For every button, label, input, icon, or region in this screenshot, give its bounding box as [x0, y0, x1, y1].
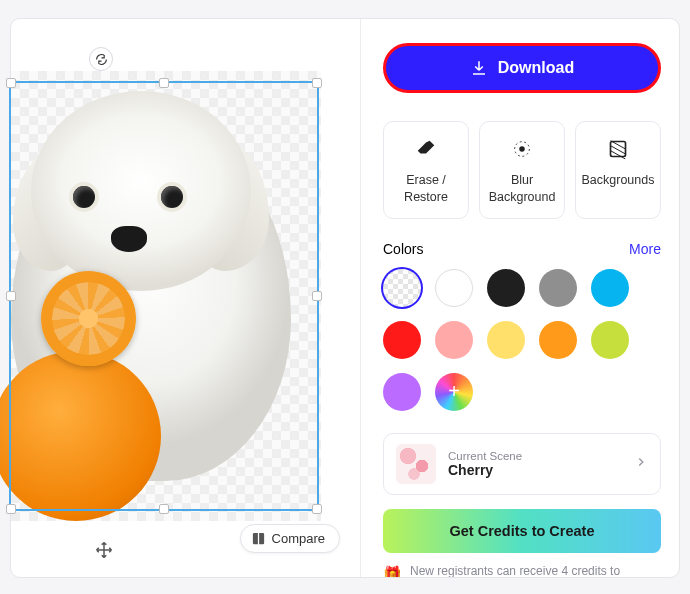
erase-label: Erase / Restore [388, 172, 464, 206]
scene-name: Cherry [448, 462, 622, 478]
backgrounds-tool[interactable]: Backgrounds [575, 121, 661, 219]
colors-header: Colors More [383, 241, 661, 257]
plus-icon: + [435, 373, 473, 411]
editor-frame: Compare Download Erase / Restore Blur Ba… [10, 18, 680, 578]
refresh-icon [95, 53, 108, 66]
reset-button[interactable] [89, 47, 113, 71]
resize-handle-br[interactable] [312, 504, 322, 514]
svg-point-0 [519, 146, 525, 152]
canvas-panel: Compare [11, 19, 361, 577]
backgrounds-label: Backgrounds [582, 172, 655, 189]
resize-handle-tm[interactable] [159, 78, 169, 88]
gift-icon: 🎁 [383, 563, 402, 577]
download-label: Download [498, 59, 574, 77]
scene-thumbnail [396, 444, 436, 484]
colors-heading: Colors [383, 241, 423, 257]
color-swatch-purple[interactable] [383, 373, 421, 411]
color-swatch-black[interactable] [487, 269, 525, 307]
color-swatch-pink[interactable] [435, 321, 473, 359]
eraser-icon [413, 136, 439, 162]
color-swatch-white[interactable] [435, 269, 473, 307]
move-icon [95, 541, 113, 559]
canvas[interactable] [11, 71, 321, 521]
download-button[interactable]: Download [383, 43, 661, 93]
get-credits-button[interactable]: Get Credits to Create [383, 509, 661, 553]
svg-rect-2 [611, 142, 626, 157]
chevron-right-icon [634, 455, 648, 473]
backgrounds-icon [605, 136, 631, 162]
colors-more-link[interactable]: More [629, 241, 661, 257]
blur-icon [509, 136, 535, 162]
color-swatch-custom[interactable]: + [435, 373, 473, 411]
resize-handle-lm[interactable] [6, 291, 16, 301]
current-scene-card[interactable]: Current Scene Cherry [383, 433, 661, 495]
color-swatch-cyan[interactable] [591, 269, 629, 307]
resize-handle-bm[interactable] [159, 504, 169, 514]
compare-button[interactable]: Compare [240, 524, 340, 553]
color-swatch-transparent[interactable] [383, 269, 421, 307]
download-icon [470, 59, 488, 77]
move-handle[interactable] [93, 539, 115, 561]
controls-panel: Download Erase / Restore Blur Background… [361, 19, 679, 577]
color-swatch-lime[interactable] [591, 321, 629, 359]
blur-background-tool[interactable]: Blur Background [479, 121, 565, 219]
color-swatches: + [383, 269, 661, 411]
scene-label: Current Scene [448, 450, 622, 462]
compare-label: Compare [272, 531, 325, 546]
color-swatch-yellow[interactable] [487, 321, 525, 359]
promo-message: 🎁 New registrants can receive 4 credits … [383, 563, 661, 577]
resize-handle-tr[interactable] [312, 78, 322, 88]
color-swatch-orange[interactable] [539, 321, 577, 359]
tools-row: Erase / Restore Blur Background Backgrou… [383, 121, 661, 219]
erase-restore-tool[interactable]: Erase / Restore [383, 121, 469, 219]
resize-handle-rm[interactable] [312, 291, 322, 301]
compare-icon [251, 531, 266, 546]
blur-label: Blur Background [484, 172, 560, 206]
color-swatch-gray[interactable] [539, 269, 577, 307]
resize-handle-tl[interactable] [6, 78, 16, 88]
resize-handle-bl[interactable] [6, 504, 16, 514]
color-swatch-red[interactable] [383, 321, 421, 359]
selection-box[interactable] [9, 81, 319, 511]
credits-cta-label: Get Credits to Create [449, 523, 594, 539]
promo-text: New registrants can receive 4 credits to… [410, 563, 661, 577]
